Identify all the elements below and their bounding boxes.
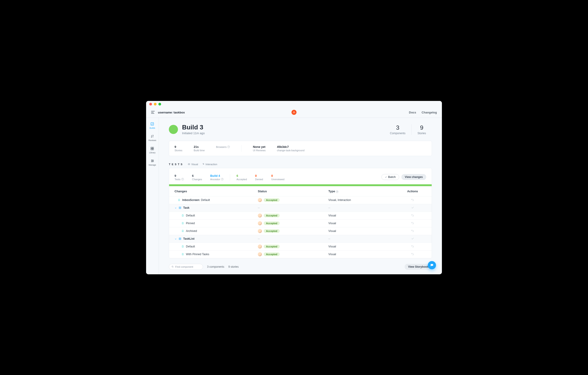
table-row[interactable]: Default Accepted Visual [169, 243, 432, 250]
tests-label: TESTS [169, 163, 184, 166]
svg-rect-7 [152, 149, 154, 150]
svg-point-2 [294, 112, 295, 113]
main-content: Build 3 Initiated 11m ago 3 Components 9… [159, 118, 442, 274]
undo-icon[interactable] [411, 253, 414, 256]
help-icon[interactable]: ? [221, 178, 223, 180]
search-placeholder: Find component [175, 265, 193, 268]
build-info-card: 9 Stories 21s Build time Browsers ? None… [169, 141, 432, 156]
bookmark-icon [181, 222, 184, 225]
component-icon [179, 237, 181, 240]
divider [241, 145, 242, 152]
summary-denied: 0 Denied [255, 174, 263, 181]
nav-docs[interactable]: Docs [409, 111, 416, 114]
check-icon [385, 176, 387, 178]
status-badge: Accepted [264, 221, 280, 225]
status-badge: Accepted [264, 229, 280, 233]
sidebar-item-reviews[interactable]: Reviews [148, 134, 156, 142]
col-actions: Actions [399, 189, 426, 193]
manage-icon [150, 159, 155, 163]
sidebar-item-builds[interactable]: Builds [149, 122, 155, 129]
help-icon[interactable]: ? [227, 146, 230, 148]
ancestor-link[interactable]: Build 4 [210, 174, 223, 177]
check-icon[interactable] [411, 237, 414, 241]
menu-icon[interactable] [151, 111, 155, 114]
view-changes-button[interactable]: View changes [401, 174, 426, 180]
table-row[interactable]: With Pinned Tasks Accepted Visual [169, 250, 432, 258]
summary-unreviewed: 0 Unreviewed [271, 174, 284, 181]
bookmark-icon [181, 230, 184, 232]
sidebar-item-label: Library [149, 152, 156, 154]
status-badge: Accepted [264, 245, 280, 248]
sidebar-item-label: Manage [149, 164, 156, 166]
traffic-light-close[interactable] [149, 103, 152, 105]
avatar [258, 229, 262, 233]
help-icon[interactable]: ? [181, 178, 184, 180]
avatar [258, 213, 262, 218]
avatar [258, 244, 262, 249]
summary-changes: 6 Changes [192, 174, 202, 181]
component-icon [179, 206, 181, 209]
breadcrumb-repo: taskbox [174, 111, 185, 114]
chromatic-logo-icon[interactable] [292, 110, 296, 115]
col-changes: Changes [175, 189, 258, 193]
footer-components: 3 components [207, 265, 224, 268]
check-icon[interactable] [411, 206, 414, 210]
sidebar-item-label: Builds [149, 127, 155, 129]
undo-icon[interactable] [411, 221, 414, 225]
summary-accepted: 6 Accepted [236, 174, 247, 181]
stat-components: 3 Components [384, 124, 411, 135]
table-header: Changes Status Type ? Actions [169, 186, 432, 196]
col-type: Type ? [328, 189, 399, 193]
table-row-group[interactable]: Task -- -- [169, 204, 432, 212]
svg-point-1 [293, 112, 294, 113]
build-subtitle: Initiated 11m ago [182, 132, 205, 135]
info-ui-reviews: None yet UI Reviews [253, 145, 266, 152]
sidebar-item-label: Reviews [148, 139, 156, 142]
undo-icon[interactable] [411, 214, 414, 218]
svg-point-9 [153, 160, 153, 161]
sidebar-item-manage[interactable]: Manage [149, 159, 156, 166]
mac-titlebar [146, 101, 442, 107]
svg-rect-6 [151, 149, 152, 150]
info-build-time: 21s Build time [194, 145, 205, 152]
breadcrumb-owner: username [158, 111, 172, 114]
svg-point-0 [294, 111, 294, 112]
undo-icon[interactable] [411, 198, 414, 202]
nav-changelog[interactable]: Changelog [422, 111, 437, 114]
top-bar: username/taskbox Docs Changelog [146, 107, 442, 118]
traffic-light-zoom[interactable] [158, 103, 161, 105]
help-icon[interactable]: ? [336, 190, 338, 193]
bookmark-icon [178, 199, 180, 201]
breadcrumb-separator: / [172, 111, 173, 114]
commit-link[interactable]: 45b3dc7 [277, 145, 304, 149]
table-row[interactable]: InboxScreen: Default Accepted Visual, In… [169, 196, 432, 204]
chevron-down-icon[interactable] [175, 238, 177, 240]
table-row[interactable]: Default Accepted Visual [169, 212, 432, 219]
bookmark-icon [181, 253, 184, 256]
undo-icon[interactable] [411, 245, 414, 249]
sidebar-item-library[interactable]: Library [149, 146, 156, 154]
reviews-icon [150, 134, 154, 138]
search-input[interactable]: Find component [169, 264, 203, 270]
progress-bar [169, 184, 432, 186]
avatar [258, 221, 262, 225]
library-icon [150, 146, 154, 151]
chat-icon [430, 263, 434, 267]
table-row[interactable]: Archived Accepted Visual [169, 227, 432, 235]
table-row-group[interactable]: TaskList -- -- [169, 235, 432, 243]
undo-icon[interactable] [411, 229, 414, 233]
app-window: username/taskbox Docs Changelog Builds R… [146, 101, 442, 274]
table-row[interactable]: Pinned Accepted Visual [169, 219, 432, 227]
pointer-icon [202, 163, 205, 165]
svg-point-10 [152, 161, 152, 162]
divider [230, 174, 230, 181]
build-header: Build 3 Initiated 11m ago 3 Components 9… [169, 124, 432, 135]
search-icon [171, 265, 174, 268]
tests-kind-interaction: Interaction [202, 163, 217, 166]
batch-button[interactable]: Batch [381, 174, 399, 180]
breadcrumb[interactable]: username/taskbox [158, 111, 185, 114]
traffic-light-minimize[interactable] [154, 103, 157, 105]
chat-button[interactable] [428, 261, 436, 269]
chevron-down-icon[interactable] [175, 207, 177, 209]
svg-point-11 [189, 164, 189, 165]
